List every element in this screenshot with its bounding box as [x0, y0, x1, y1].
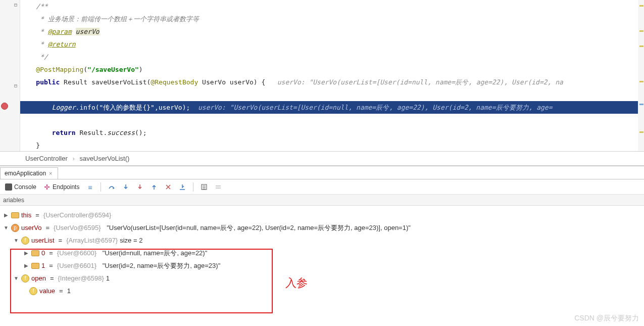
code-lines: /** * 业务场景：前端传一个数组＋一个字符串或者数字等 * @param u…: [20, 0, 638, 152]
param-icon: p: [11, 224, 19, 232]
field-icon: f: [29, 287, 37, 295]
chevron-right-icon[interactable]: ▶: [23, 263, 29, 268]
element-icon: [31, 250, 39, 256]
code-editor[interactable]: ⊟ ⊟ /** * 业务场景：前端传一个数组＋一个字符串或者数字等 * @par…: [0, 0, 644, 152]
debug-toolbar: Console Endpoints ≡: [0, 179, 644, 195]
step-over-icon[interactable]: [108, 183, 115, 191]
step-out-icon[interactable]: [151, 183, 158, 191]
keyword: return: [52, 129, 76, 136]
var-userlist[interactable]: ▼ f userList={ArrayList@6597} size = 2: [3, 234, 644, 247]
javadoc-tag: @param: [48, 28, 72, 35]
var-uservo[interactable]: ▼ p userVo={UserVo@6595} "UserVo(userLis…: [3, 221, 644, 234]
annotation: @PostMapping: [36, 66, 83, 73]
type: UserVo: [202, 78, 226, 86]
var-open-value[interactable]: f value=1: [3, 285, 644, 297]
debug-panel: emoApplication× Console Endpoints ≡ aria…: [0, 166, 644, 300]
inlay-hint: userVo: "UserVo(userList=[User(id=null, …: [198, 104, 552, 111]
debug-tab-application[interactable]: emoApplication×: [0, 167, 58, 179]
run-to-cursor-icon[interactable]: [179, 183, 186, 191]
field-icon: f: [21, 237, 29, 245]
string-literal: "/saveUserVo": [87, 66, 139, 73]
console-icon: [5, 183, 12, 191]
step-into-icon[interactable]: [122, 183, 129, 191]
chevron-down-icon[interactable]: ▼: [13, 275, 19, 281]
comment: /**: [36, 3, 47, 10]
chevron-right-icon[interactable]: ▶: [23, 250, 29, 256]
endpoints-icon: [43, 183, 51, 191]
current-execution-line: Logger.info("传入的参数是{}",userVo); userVo: …: [20, 101, 638, 114]
breadcrumb-class[interactable]: UserController: [25, 155, 68, 162]
error-stripe[interactable]: [638, 0, 644, 151]
variables-tree[interactable]: ▶ this={UserController@6594} ▼ p userVo=…: [0, 206, 644, 300]
breadcrumb-method[interactable]: saveUserVoList(): [79, 155, 129, 162]
param: userVo: [230, 78, 254, 86]
method-name: saveUserVoList: [91, 78, 147, 86]
breakpoint-icon[interactable]: [1, 103, 8, 110]
var-this[interactable]: ▶ this={UserController@6594}: [3, 209, 644, 221]
javadoc-tag: @return: [48, 40, 76, 48]
tab-label: emoApplication: [5, 170, 46, 177]
comment: */: [36, 53, 47, 61]
gutter: ⊟ ⊟: [0, 0, 20, 151]
var-open[interactable]: ▼ f open={Integer@6598} 1: [3, 272, 644, 285]
keyword: public: [36, 78, 60, 86]
field-icon: f: [21, 274, 29, 283]
element-icon: [31, 263, 39, 269]
brace: }: [36, 142, 40, 149]
close-icon[interactable]: ×: [49, 170, 52, 176]
javadoc-param: userVo: [76, 28, 100, 35]
object-icon: [11, 212, 19, 218]
var-userlist-0[interactable]: ▶ 0={User@6600} "User(id=null, name=辰兮, …: [3, 247, 644, 259]
comment: * 业务场景：前端传一个数组＋一个字符串或者数字等: [36, 15, 199, 23]
annotation-label: 入参: [285, 275, 308, 291]
var-userlist-1[interactable]: ▶ 1={User@6601} "User(id=2, name=辰兮要努力, …: [3, 259, 644, 272]
variables-header: ariables: [0, 195, 644, 206]
force-step-into-icon[interactable]: [136, 183, 143, 191]
endpoints-tab[interactable]: Endpoints: [43, 183, 79, 191]
chevron-right-icon: ›: [72, 155, 74, 162]
drop-frame-icon[interactable]: [165, 183, 172, 191]
breadcrumb[interactable]: UserController › saveUserVoList(): [0, 152, 644, 166]
chevron-down-icon[interactable]: ▼: [13, 238, 19, 243]
console-tab[interactable]: Console: [5, 183, 36, 191]
inlay-hint: userVo: "UserVo(userList=[User(id=null, …: [277, 78, 563, 86]
layout-icon[interactable]: ≡: [86, 183, 93, 191]
type: Result: [64, 78, 87, 86]
debug-tabs: emoApplication×: [0, 166, 644, 179]
chevron-down-icon[interactable]: ▼: [3, 225, 9, 230]
evaluate-icon[interactable]: [201, 183, 208, 191]
annotation: @RequestBody: [151, 78, 198, 86]
separator: [193, 182, 193, 192]
separator: [101, 182, 101, 192]
watermark: CSDN @辰兮要努力: [574, 314, 639, 323]
trace-icon[interactable]: [215, 183, 222, 191]
chevron-right-icon[interactable]: ▶: [3, 212, 9, 218]
